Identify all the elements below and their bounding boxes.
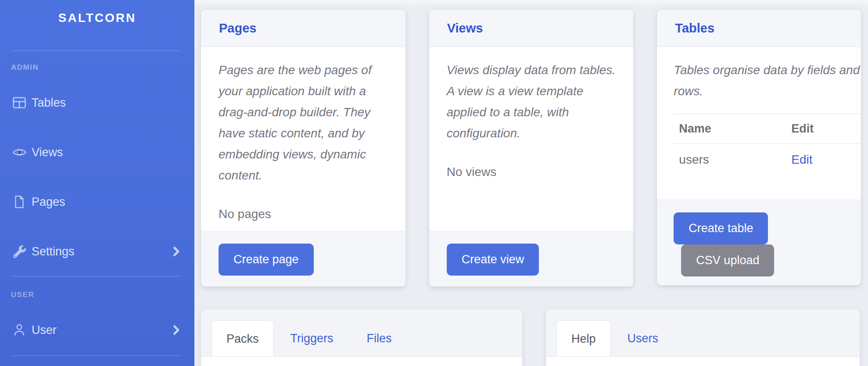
sidebar-divider [11,276,181,276]
main-content: Pages Pages are the web pages of your ap… [194,0,868,366]
tables-card: Tables Tables organise data by fields an… [657,10,861,285]
views-card-footer: Create view [429,231,634,287]
pages-card: Pages Pages are the web pages of your ap… [201,10,405,287]
tab-triggers[interactable]: Triggers [274,320,350,356]
tables-card-body: Tables organise data by fields and rows.… [657,47,861,200]
tables-list-header-row: Name Edit [674,114,861,144]
csv-upload-button[interactable]: CSV upload [681,244,774,276]
views-description: Views display data from tables. A view i… [447,60,619,144]
app-brand[interactable]: SALTCORN [0,10,194,26]
table-row: users Edit [674,144,861,176]
table-row-edit-link[interactable]: Edit [791,153,812,166]
views-card: Views Views display data from tables. A … [429,10,634,287]
wrench-icon [12,245,27,258]
chevron-right-icon [172,324,180,336]
table-icon [12,97,27,108]
sidebar-item-label: Pages [32,195,65,209]
sidebar-nav-admin: Tables Views Pages [0,91,194,263]
sidebar-item-pages[interactable]: Pages [12,190,180,213]
views-card-body: Views display data from tables. A view i… [429,47,634,231]
eye-icon [12,147,27,158]
views-card-title: Views [447,21,620,36]
sidebar-nav-user: User [0,319,194,341]
sidebar-item-label: Views [32,146,63,159]
sidebar-item-label: Tables [32,96,66,110]
entity-cards-row: Pages Pages are the web pages of your ap… [201,10,861,287]
create-view-button[interactable]: Create view [447,244,539,276]
tables-list-header-name: Name [674,114,786,144]
tables-card-footer: Create table CSV upload [657,200,861,285]
create-page-button[interactable]: Create page [219,244,314,276]
bottom-cards-row: Packs Triggers Files Help Users [201,309,861,366]
tables-list-header-edit: Edit [786,114,861,144]
sidebar-item-label: User [32,323,57,337]
pages-empty-text: No pages [219,204,391,225]
left-tab-bar: Packs Triggers Files [201,309,522,357]
user-icon [12,323,27,337]
sidebar-item-settings[interactable]: Settings [12,240,180,263]
table-row-name: users [674,144,786,176]
packs-tab-content [201,357,522,366]
views-card-header: Views [429,10,634,47]
tab-help[interactable]: Help [556,320,611,356]
pages-card-header: Pages [201,10,405,47]
right-tab-bar: Help Users [546,309,860,357]
chevron-right-icon [172,246,180,257]
tables-list: Name Edit users Edit [674,114,861,176]
pages-card-title: Pages [219,21,391,36]
sidebar: SALTCORN ADMIN Tables [0,0,194,366]
create-table-button[interactable]: Create table [674,212,768,244]
sidebar-section-admin: ADMIN [11,63,194,72]
tables-description: Tables organise data by fields and rows. [674,60,861,102]
sidebar-item-user[interactable]: User [12,319,180,341]
views-empty-text: No views [447,161,619,183]
pages-card-footer: Create page [201,231,405,287]
tables-card-header: Tables [657,10,861,47]
help-tab-content [546,357,860,366]
sidebar-divider [11,355,181,356]
sidebar-item-label: Settings [32,245,75,258]
tab-packs[interactable]: Packs [212,320,274,356]
tab-files[interactable]: Files [350,320,409,356]
sidebar-divider [11,50,181,51]
packs-triggers-files-card: Packs Triggers Files [201,309,522,366]
pages-description: Pages are the web pages of your applicat… [219,60,391,186]
tables-button-stack: Create table CSV upload [674,212,844,276]
sidebar-section-user: USER [11,291,194,299]
tab-users[interactable]: Users [611,320,675,356]
file-icon [12,195,27,208]
help-users-card: Help Users [546,309,860,366]
sidebar-item-tables[interactable]: Tables [12,91,180,114]
tables-card-title: Tables [675,21,847,36]
sidebar-item-views[interactable]: Views [12,141,180,164]
pages-card-body: Pages are the web pages of your applicat… [201,47,405,231]
app-root: SALTCORN ADMIN Tables [0,0,868,366]
